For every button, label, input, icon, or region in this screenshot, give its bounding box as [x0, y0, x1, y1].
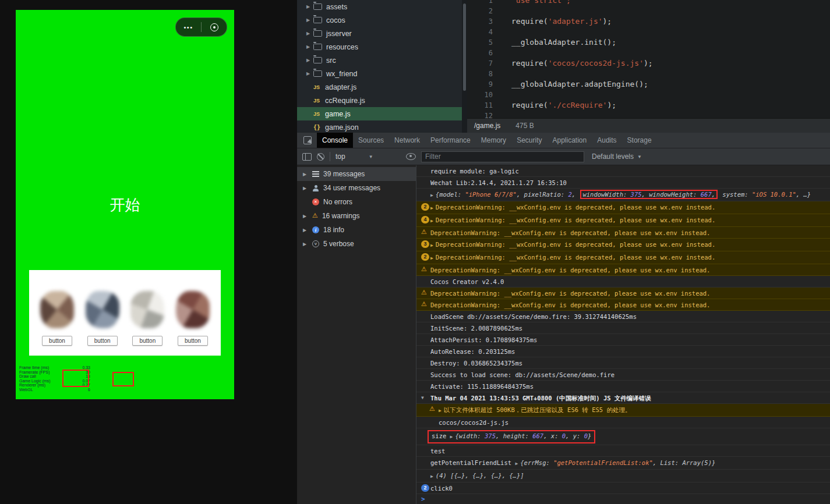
console-message[interactable]: 2▶DeprecationWarning: __wxConfig.env is … — [416, 251, 830, 264]
sidebar-filter-info[interactable]: ▶i18 info — [297, 223, 416, 237]
tree-item-game.json[interactable]: {}game.json — [297, 120, 462, 133]
console-message[interactable]: getPotentialFriendList ▶{errMsg: "getPot… — [416, 457, 830, 470]
screen: ••• 开始 buttonbuttonbuttonbutton Frame ti… — [0, 0, 830, 504]
tree-item-cocos[interactable]: ▶cocos — [297, 13, 462, 27]
console-prompt[interactable]: > — [416, 494, 830, 504]
live-expression-eye-icon[interactable] — [406, 153, 416, 160]
line-number: 7 — [467, 58, 501, 69]
console-message[interactable]: 2▶DeprecationWarning: __wxConfig.env is … — [416, 201, 830, 214]
game-button-4[interactable]: button — [173, 291, 213, 356]
tree-item-adapter.js[interactable]: JSadapter.js — [297, 80, 462, 94]
tree-item-src[interactable]: ▶src — [297, 54, 462, 67]
button-label: button — [132, 336, 163, 346]
console-message[interactable]: ▶(4) [{…}, {…}, {…}, {…}] — [416, 470, 830, 482]
expand-arrow-icon[interactable]: ▶ — [303, 172, 308, 177]
sidebar-filter-verbose[interactable]: ▶v5 verbose — [297, 237, 416, 251]
tab-memory[interactable]: Memory — [476, 133, 511, 148]
sidebar-filter-list[interactable]: ▶39 messages — [297, 167, 416, 181]
message-text: ▶DeprecationWarning: __wxConfig.env is d… — [430, 240, 715, 250]
console-message[interactable]: 2click0 — [416, 482, 830, 494]
tree-item-game.js[interactable]: JSgame.js — [297, 107, 462, 120]
console-message[interactable]: InitScene: 2.0087890625ms — [416, 322, 830, 334]
expand-arrow-icon[interactable]: ▶ — [306, 71, 313, 76]
context-dropdown[interactable]: top ▼ — [335, 152, 401, 161]
expand-arrow-icon[interactable]: ▶ — [306, 17, 313, 23]
tree-item-ccRequire.js[interactable]: JSccRequire.js — [297, 94, 462, 107]
game-button-3[interactable]: button — [128, 291, 167, 356]
console-message[interactable]: 4▶DeprecationWarning: __wxConfig.env is … — [416, 214, 830, 227]
tab-network[interactable]: Network — [389, 133, 425, 148]
expand-arrow-icon[interactable]: ▶ — [306, 4, 313, 9]
tree-item-resources[interactable]: ▶resources — [297, 40, 462, 54]
console-message[interactable]: 3▶DeprecationWarning: __wxConfig.env is … — [416, 239, 830, 251]
console-message[interactable]: require module: ga-logic — [416, 165, 830, 177]
line-number: 10 — [467, 90, 501, 100]
tab-storage[interactable]: Storage — [622, 133, 657, 148]
console-message[interactable]: ▼Thu Mar 04 2021 13:43:53 GMT+0800 (中国标准… — [416, 392, 830, 404]
console-message[interactable]: LoadScene db://assets/Scene/demo.fire: 3… — [416, 311, 830, 322]
code-text — [501, 111, 511, 118]
tree-item-wx_friend[interactable]: ▶wx_friend — [297, 67, 462, 80]
console-message[interactable]: ▶{model: "iPhone 6/7/8", pixelRatio: 2, … — [416, 189, 830, 201]
tab-audits[interactable]: Audits — [592, 133, 621, 148]
console-message[interactable]: ⚠▶以下文件体积超过 500KB，已跳过压缩以及 ES6 转 ES5 的处理。 — [416, 404, 830, 417]
expand-arrow-icon[interactable]: ▶ — [306, 31, 313, 36]
game-screen[interactable]: ••• 开始 buttonbuttonbuttonbutton Frame ti… — [16, 10, 234, 399]
console-message[interactable]: size ▶{width: 375, height: 667, x: 0, y:… — [416, 428, 830, 445]
console-message[interactable]: Cocos Creator v2.4.0 — [416, 276, 830, 288]
scrollbar-thumb[interactable] — [463, 3, 466, 91]
clear-console-icon[interactable] — [317, 153, 324, 161]
message-text: require module: ga-logic — [430, 167, 519, 175]
collapse-arrow-icon[interactable]: ▼ — [421, 394, 430, 402]
tab-security[interactable]: Security — [511, 133, 547, 148]
game-button-1[interactable]: button — [37, 291, 77, 356]
game-button-2[interactable]: button — [83, 291, 122, 356]
expand-arrow-icon[interactable]: ▶ — [306, 58, 313, 63]
sidebar-filter-user[interactable]: ▶34 user messages — [297, 181, 416, 195]
console-messages: require module: ga-logicWechat Lib:2.14.… — [416, 165, 830, 504]
tab-performance[interactable]: Performance — [425, 133, 476, 148]
filter-input[interactable] — [421, 151, 584, 162]
exit-button[interactable] — [202, 18, 227, 36]
console-message[interactable]: cocos/cocos2d-js.js — [416, 417, 830, 428]
code-editor[interactable]: 1'use strict';23require('adapter.js');45… — [467, 0, 830, 118]
console-message[interactable]: Success to load scene: db://assets/Scene… — [416, 369, 830, 381]
tab-sources[interactable]: Sources — [353, 133, 389, 148]
console-message[interactable]: AttachPersist: 0.1708984375ms — [416, 334, 830, 346]
log-levels-dropdown[interactable]: Default levels ▼ — [592, 152, 642, 161]
warning-icon: ⚠ — [312, 212, 318, 219]
message-text: click0 — [430, 484, 453, 492]
expand-arrow-icon[interactable]: ▶ — [303, 228, 308, 233]
sidebar-toggle-icon[interactable] — [302, 153, 312, 161]
more-menu-button[interactable]: ••• — [176, 24, 201, 30]
expand-arrow-icon[interactable]: ▶ — [303, 186, 308, 191]
console-message[interactable]: Destroy: 0.036865234375ms — [416, 357, 830, 369]
warning-icon: ⚠ — [421, 301, 430, 308]
message-text: DeprecationWarning: __wxConfig.env is de… — [430, 301, 710, 309]
expand-arrow-icon[interactable]: ▶ — [306, 44, 313, 49]
tab-console[interactable]: Console — [317, 133, 353, 148]
tree-item-jsserver[interactable]: ▶jsserver — [297, 27, 462, 40]
console-message[interactable]: ⚠DeprecationWarning: __wxConfig.env is d… — [416, 264, 830, 276]
code-line: 1'use strict'; — [467, 0, 830, 6]
inspect-element-icon[interactable] — [303, 136, 312, 144]
stat-row: WebGL6 — [19, 388, 90, 392]
console-message[interactable]: Wechat Lib:2.14.4, 2021.1.27 16:35:10 — [416, 177, 830, 189]
code-line: 5__globalAdapter.init(); — [467, 37, 830, 48]
tree-item-assets[interactable]: ▶assets — [297, 0, 462, 13]
start-button[interactable]: 开始 — [16, 195, 234, 215]
sidebar-filter-warning[interactable]: ▶⚠16 warnings — [297, 209, 416, 223]
console-message[interactable]: ⚠DeprecationWarning: __wxConfig.env is d… — [416, 227, 830, 239]
tree-scrollbar[interactable] — [462, 0, 467, 133]
console-message[interactable]: AutoRelease: 0.203125ms — [416, 346, 830, 357]
tab-application[interactable]: Application — [547, 133, 592, 148]
console-message[interactable]: Activate: 115.118896484375ms — [416, 381, 830, 392]
sidebar-filter-label: 39 messages — [323, 170, 365, 178]
button-label: button — [42, 336, 72, 346]
sidebar-filter-error[interactable]: ✕No errors — [297, 195, 416, 209]
console-message[interactable]: test — [416, 445, 830, 457]
console-message[interactable]: ⚠DeprecationWarning: __wxConfig.env is d… — [416, 288, 830, 299]
expand-arrow-icon[interactable]: ▶ — [303, 214, 308, 219]
console-message[interactable]: ⚠DeprecationWarning: __wxConfig.env is d… — [416, 299, 830, 311]
expand-arrow-icon[interactable]: ▶ — [303, 242, 308, 247]
